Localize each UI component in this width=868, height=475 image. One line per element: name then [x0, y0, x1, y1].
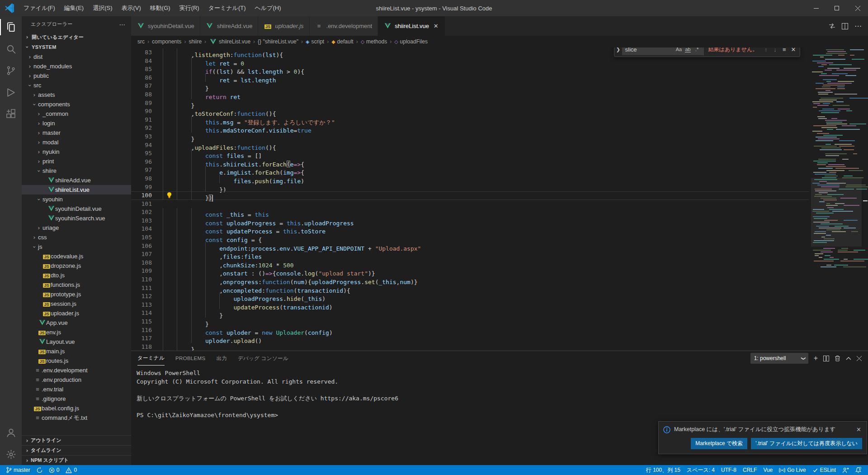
close-notification-icon[interactable]: ✕ — [855, 426, 862, 433]
tree-item-App.vue[interactable]: App.vue — [22, 318, 131, 328]
split-editor-icon[interactable] — [842, 23, 848, 29]
tree-item-codevalue.js[interactable]: JScodevalue.js — [22, 252, 131, 261]
minimap-slider[interactable] — [811, 178, 862, 247]
explorer-icon[interactable] — [0, 16, 22, 38]
panel-tab-PROBLEMS[interactable]: PROBLEMS — [175, 351, 205, 366]
code-line-99[interactable]: 99}) — [131, 183, 809, 192]
tree-item-uploader.js[interactable]: JSuploader.js — [22, 309, 131, 318]
find-in-selection-icon[interactable]: ≡ — [780, 48, 789, 54]
tab-uploader.js[interactable]: JSuploader.js — [258, 16, 309, 36]
tree-item-.env.production[interactable]: ≡.env.production — [22, 375, 131, 385]
code-line-86[interactable]: 86ret = lst.length — [131, 74, 809, 82]
menu-go[interactable]: 移動(G) — [146, 0, 175, 16]
menu-edit[interactable]: 編集(E) — [60, 0, 88, 16]
tree-item-syouhinSearch.vue[interactable]: syouhinSearch.vue — [22, 214, 131, 223]
panel-tab-ターミナル[interactable]: ターミナル — [137, 351, 165, 366]
find-input[interactable]: slice Aa ab .* — [622, 48, 704, 55]
terminal-shell-select[interactable]: 1: powershell ❯ — [750, 353, 808, 364]
minimap[interactable] — [811, 48, 862, 351]
code-line-85[interactable]: 85if((lst) && lst.length > 0){ — [131, 65, 809, 74]
status-warning[interactable]: 0 — [62, 467, 80, 473]
tree-item-login[interactable]: ›login — [22, 119, 131, 128]
code-line-105[interactable]: 105const config = { — [131, 233, 809, 242]
tree-item-src[interactable]: ›src — [22, 81, 131, 90]
tree-item-main.js[interactable]: JSmain.js — [22, 347, 131, 356]
tree-item-shiireList.vue[interactable]: shiireList.vue — [22, 185, 131, 195]
tree-item-shiireAdd.vue[interactable]: shiireAdd.vue — [22, 176, 131, 185]
tree-item-syouhin[interactable]: ›syouhin — [22, 195, 131, 204]
code-line-110[interactable]: 110,onprogress:function(num){uploadProgr… — [131, 276, 809, 284]
maximize-button[interactable] — [826, 0, 847, 16]
status-error[interactable]: 0 — [46, 467, 63, 473]
more-actions-icon[interactable]: ⋯ — [854, 22, 862, 30]
status---100---15[interactable]: 行 100、列 15 — [643, 466, 684, 474]
code-line-109[interactable]: 109,onstart : ()=>{console.log("upload s… — [131, 267, 809, 276]
tree-item-.env.development[interactable]: ≡.env.development — [22, 366, 131, 375]
panel-tab-デバッグ コンソール[interactable]: デバッグ コンソール — [238, 351, 288, 366]
breadcrumb-components[interactable]: components — [152, 38, 181, 45]
regex-icon[interactable]: .* — [693, 48, 702, 54]
breadcrumb-shiireList.vue[interactable]: shiireList.vue — [209, 38, 250, 45]
breadcrumb[interactable]: src›components›shiire›shiireList.vue›{} … — [131, 36, 868, 48]
terminal-output[interactable]: Windows PowerShellCopyright (C) Microsof… — [131, 366, 868, 419]
breadcrumb-uploadFiles[interactable]: ◇uploadFiles — [394, 38, 428, 45]
extensions-icon[interactable] — [0, 103, 22, 125]
tree-item-components[interactable]: ›components — [22, 100, 131, 109]
code-line-102[interactable]: 102const _this = this — [131, 208, 809, 217]
toggle-replace-icon[interactable]: ❯ — [614, 48, 622, 57]
tree-item-command.txt[interactable]: ≡commandメモ.txt — [22, 413, 131, 423]
notification-button[interactable]: Marketplace で検索 — [691, 438, 747, 449]
code-line-106[interactable]: 106endpoint:process.env.VUE_APP_API_ENDP… — [131, 242, 809, 251]
tree-item-js[interactable]: ›js — [22, 242, 131, 252]
tree-item-node_modules[interactable]: ›node_modules — [22, 62, 131, 71]
menu-terminal[interactable]: ターミナル(T) — [204, 0, 250, 16]
tree-item-public[interactable]: ›public — [22, 71, 131, 81]
tree-item-master[interactable]: ›master — [22, 128, 131, 138]
breadcrumb-default[interactable]: ◆default — [331, 38, 354, 45]
code-line-107[interactable]: 107,files:files — [131, 250, 809, 259]
tree-item-css[interactable]: ›css — [22, 233, 131, 242]
tree-item-uriage[interactable]: ›uriage — [22, 223, 131, 233]
tree-item-env.js[interactable]: JSenv.js — [22, 328, 131, 337]
project-root-section[interactable]: › YSYSTEM — [22, 42, 131, 52]
maximize-panel-icon[interactable] — [846, 356, 851, 360]
run-debug-icon[interactable] — [0, 81, 22, 103]
tab-syouhinDetail.vue[interactable]: syouhinDetail.vue — [131, 16, 200, 36]
code-editor[interactable]: 83,listLength:function(lst){84let ret = … — [131, 48, 868, 351]
status-check[interactable]: ESLint — [809, 467, 839, 473]
code-line-113[interactable]: 113updateProcess(transactionid) — [131, 301, 809, 309]
tree-item-dropzone.js[interactable]: JSdropzone.js — [22, 261, 131, 271]
code-line-95[interactable]: 95const files = [] — [131, 149, 809, 158]
source-control-icon[interactable] — [0, 60, 22, 81]
code-line-94[interactable]: 94,uploadFiles:function(){ — [131, 141, 809, 150]
status-sync[interactable] — [33, 467, 46, 473]
kill-terminal-icon[interactable] — [835, 355, 840, 361]
tree-item-dist[interactable]: ›dist — [22, 52, 131, 62]
open-editors-section[interactable]: › 開いているエディター — [22, 32, 131, 42]
sidebar-section-NPM スクリプト[interactable]: ›NPM スクリプト — [22, 455, 131, 465]
gear-icon[interactable] — [0, 443, 22, 465]
match-case-icon[interactable]: Aa — [675, 48, 684, 54]
whole-word-icon[interactable]: ab — [684, 48, 693, 54]
close-panel-icon[interactable] — [857, 356, 862, 361]
close-tab-icon[interactable]: ✕ — [432, 23, 439, 30]
code-line-92[interactable]: 92this.mdaStoreConf.visible=true — [131, 124, 809, 133]
breadcrumb-script[interactable]: ◈script — [306, 38, 324, 45]
code-line-97[interactable]: 97e.imgList.forEach(img=>{ — [131, 166, 809, 175]
breadcrumb-shiire[interactable]: shiire — [189, 38, 202, 45]
menu-help[interactable]: ヘルプ(H) — [250, 0, 286, 16]
tree-item-print[interactable]: ›print — [22, 157, 131, 166]
menu-view[interactable]: 表示(V) — [117, 0, 146, 16]
code-line-84[interactable]: 84let ret = 0 — [131, 57, 809, 66]
tree-item-routes.js[interactable]: JSroutes.js — [22, 356, 131, 366]
tree-item-Layout.vue[interactable]: Layout.vue — [22, 337, 131, 347]
code-line-90[interactable]: 90,toStoreConf:function(){ — [131, 107, 809, 116]
status-broadcast[interactable]: Go Live — [776, 467, 809, 473]
menu-file[interactable]: ファイル(F) — [19, 0, 60, 16]
code-line-116[interactable]: 116const uploder = new Uploader(config) — [131, 326, 809, 335]
status-bell[interactable] — [852, 467, 864, 473]
tree-item-session.js[interactable]: JSsession.js — [22, 299, 131, 309]
status-vue[interactable]: Vue — [760, 467, 776, 473]
tree-item-modal[interactable]: ›modal — [22, 138, 131, 147]
tab-shiireAdd.vue[interactable]: shiireAdd.vue — [200, 16, 259, 36]
